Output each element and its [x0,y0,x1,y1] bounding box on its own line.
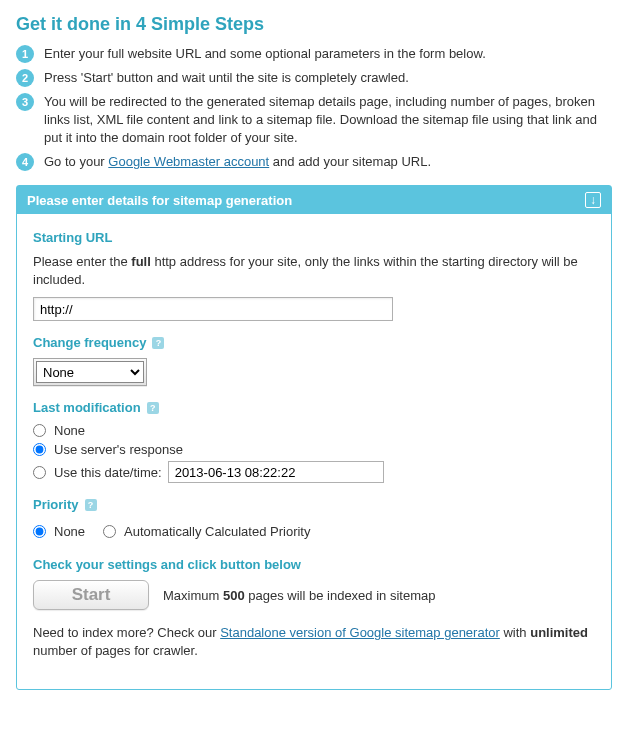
starting-url-desc: Please enter the full http address for y… [33,253,595,289]
priority-none-radio[interactable] [33,525,46,538]
help-icon[interactable]: ? [147,402,159,414]
lastmod-date-radio[interactable] [33,466,46,479]
step-badge-4: 4 [16,153,34,171]
lastmod-none-radio[interactable] [33,424,46,437]
priority-auto-label: Automatically Calculated Priority [124,524,310,539]
priority-none-label: None [54,524,85,539]
lastmod-date-input[interactable] [168,461,384,483]
lastmod-none-label: None [54,423,85,438]
max-pages-note: Maximum 500 pages will be indexed in sit… [163,588,435,603]
start-button[interactable]: Start [33,580,149,610]
change-freq-select-wrap: None [33,358,147,386]
help-icon[interactable]: ? [152,337,164,349]
lastmod-date-label: Use this date/time: [54,465,162,480]
step-badge-3: 3 [16,93,34,111]
starting-url-label: Starting URL [33,230,595,245]
check-settings-label: Check your settings and click button bel… [33,557,595,572]
change-freq-label: Change frequency ? [33,335,595,350]
steps-list: 1 Enter your full website URL and some o… [16,45,612,171]
page-title: Get it done in 4 Simple Steps [16,14,612,35]
panel-header: Please enter details for sitemap generat… [17,186,611,214]
form-panel: Please enter details for sitemap generat… [16,185,612,690]
last-mod-label: Last modification ? [33,400,595,415]
priority-label: Priority ? [33,497,595,512]
step-text: You will be redirected to the generated … [44,93,612,147]
step-badge-2: 2 [16,69,34,87]
step-text: Go to your Google Webmaster account and … [44,153,431,171]
step-text: Enter your full website URL and some opt… [44,45,486,63]
priority-auto-radio[interactable] [103,525,116,538]
webmaster-link[interactable]: Google Webmaster account [108,154,269,169]
lastmod-server-label: Use server's response [54,442,183,457]
help-icon[interactable]: ? [85,499,97,511]
change-freq-select[interactable]: None [36,361,144,383]
standalone-note: Need to index more? Check our Standalone… [33,624,595,660]
lastmod-server-radio[interactable] [33,443,46,456]
starting-url-input[interactable] [33,297,393,321]
step-text: Press 'Start' button and wait until the … [44,69,409,87]
collapse-icon[interactable]: ↓ [585,192,601,208]
standalone-link[interactable]: Standalone version of Google sitemap gen… [220,625,500,640]
panel-title: Please enter details for sitemap generat… [27,193,292,208]
step-badge-1: 1 [16,45,34,63]
